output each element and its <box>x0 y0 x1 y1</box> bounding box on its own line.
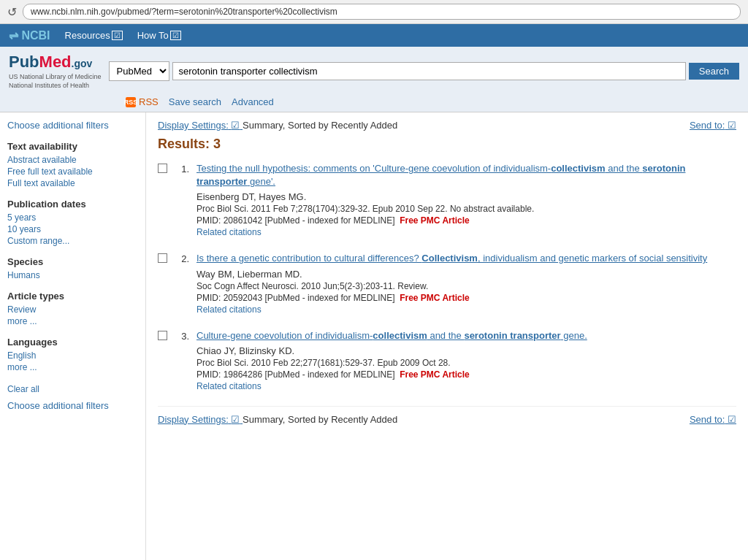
send-to-right: Send to: ☑ <box>690 120 736 131</box>
rss-link[interactable]: RSS RSS <box>126 96 159 107</box>
article-item: 3. Culture-gene coevolution of individua… <box>158 329 736 391</box>
ncbi-navbar: ⇌ NCBI Resources ☑ How To ☑ <box>0 24 748 47</box>
bottom-send-to-right: Send to: ☑ <box>690 414 736 425</box>
article-3-number: 3. <box>175 329 189 391</box>
sidebar-item-free-full-text[interactable]: Free full text available <box>7 166 138 177</box>
article-2-checkbox[interactable] <box>158 253 167 263</box>
languages-title: Languages <box>7 337 138 348</box>
species-title: Species <box>7 256 138 267</box>
bottom-display-settings-left: Display Settings: ☑ Summary, Sorted by R… <box>158 414 397 425</box>
article-1-content: Testing the null hypothesis: comments on… <box>196 162 736 237</box>
article-3-related-citations[interactable]: Related citations <box>196 381 736 391</box>
resources-menu[interactable]: Resources ☑ <box>65 30 123 41</box>
article-3-pmid: PMID: 19864286 [PubMed - indexed for MED… <box>196 369 736 380</box>
howto-dropdown-icon: ☑ <box>170 31 181 40</box>
article-item: 2. Is there a genetic contribution to cu… <box>158 252 736 314</box>
bottom-display-settings-text: Summary, Sorted by Recently Added <box>243 414 397 425</box>
back-button[interactable]: ↺ <box>7 5 17 19</box>
article-1-free-pmc: Free PMC Article <box>400 215 470 226</box>
sidebar-item-more-languages[interactable]: more ... <box>7 362 138 372</box>
pubmed-sub2: National Institutes of Health <box>9 82 102 89</box>
sidebar-item-english[interactable]: English <box>7 350 138 361</box>
advanced-link[interactable]: Advanced <box>232 96 274 107</box>
main-layout: Choose additional filters Text availabil… <box>0 112 748 560</box>
display-settings-left: Display Settings: ☑ Summary, Sorted by R… <box>158 120 397 131</box>
article-checkbox-col <box>158 162 167 237</box>
article-3-checkbox[interactable] <box>158 331 167 340</box>
sidebar-item-5years[interactable]: 5 years <box>7 212 138 223</box>
bottom-display-settings-bar: Display Settings: ☑ Summary, Sorted by R… <box>158 406 736 425</box>
results-area: Display Settings: ☑ Summary, Sorted by R… <box>146 112 748 560</box>
search-button[interactable]: Search <box>689 63 739 80</box>
article-item: 1. Testing the null hypothesis: comments… <box>158 162 736 237</box>
sidebar-item-more-article-types[interactable]: more ... <box>7 316 138 326</box>
search-bar: PubMed Search <box>109 61 739 81</box>
pubmed-logo: PubMed.gov US National Library of Medici… <box>9 53 102 89</box>
save-search-link[interactable]: Save search <box>169 96 221 107</box>
article-1-title[interactable]: Testing the null hypothesis: comments on… <box>196 163 685 187</box>
choose-filters-top-link[interactable]: Choose additional filters <box>7 120 138 131</box>
article-1-authors: Eisenberg DT, Hayes MG. <box>196 191 736 202</box>
text-availability-title: Text availability <box>7 141 138 152</box>
display-settings-link[interactable]: Display Settings: ☑ <box>158 120 243 131</box>
article-1-number: 1. <box>175 162 189 237</box>
bottom-display-settings-link[interactable]: Display Settings: ☑ <box>158 414 243 425</box>
article-1-related-citations[interactable]: Related citations <box>196 227 736 237</box>
article-2-related-citations[interactable]: Related citations <box>196 304 736 315</box>
results-count: Results: 3 <box>158 137 736 152</box>
sidebar-item-humans[interactable]: Humans <box>7 270 138 280</box>
pubmed-header: PubMed.gov US National Library of Medici… <box>0 47 748 112</box>
article-1-pmid: PMID: 20861042 [PubMed - indexed for MED… <box>196 215 736 226</box>
publication-dates-title: Publication dates <box>7 199 138 210</box>
bottom-send-to-link[interactable]: Send to: ☑ <box>690 414 736 425</box>
sidebar-item-full-text[interactable]: Full text available <box>7 178 138 188</box>
article-2-pmid: PMID: 20592043 [PubMed - indexed for MED… <box>196 293 736 303</box>
article-3-authors: Chiao JY, Blizinsky KD. <box>196 345 736 356</box>
article-2-authors: Way BM, Lieberman MD. <box>196 269 736 280</box>
search-database-select[interactable]: PubMed <box>109 61 169 81</box>
sidebar-item-custom-range[interactable]: Custom range... <box>7 236 138 246</box>
pubmed-sub1: US National Library of Medicine <box>9 73 102 80</box>
article-checkbox-col <box>158 252 167 314</box>
sidebar-item-10years[interactable]: 10 years <box>7 224 138 234</box>
article-checkbox-col <box>158 329 167 391</box>
sidebar-item-abstract[interactable]: Abstract available <box>7 155 138 165</box>
clear-all-link[interactable]: Clear all <box>7 384 138 394</box>
article-1-journal: Proc Biol Sci. 2011 Feb 7;278(1704):329-… <box>196 204 736 214</box>
display-settings-text: Summary, Sorted by Recently Added <box>243 120 397 131</box>
ncbi-logo: ⇌ NCBI <box>9 28 50 42</box>
pubmed-header-bottom: RSS RSS Save search Advanced <box>126 93 739 112</box>
article-3-free-pmc: Free PMC Article <box>400 369 470 380</box>
sidebar: Choose additional filters Text availabil… <box>0 112 146 560</box>
article-3-journal: Proc Biol Sci. 2010 Feb 22;277(1681):529… <box>196 358 736 368</box>
rss-icon: RSS <box>126 97 136 107</box>
search-input[interactable] <box>172 62 686 80</box>
browser-bar: ↺ www.ncbi.nlm.nih.gov/pubmed/?term=sero… <box>0 0 748 24</box>
sidebar-item-review[interactable]: Review <box>7 304 138 315</box>
article-2-number: 2. <box>175 252 189 314</box>
url-input[interactable]: www.ncbi.nlm.nih.gov/pubmed/?term=seroto… <box>23 4 741 20</box>
send-to-link[interactable]: Send to: ☑ <box>690 120 736 131</box>
article-3-content: Culture-gene coevolution of individualis… <box>196 329 736 391</box>
article-2-title[interactable]: Is there a genetic contribution to cultu… <box>196 253 707 264</box>
top-display-settings-bar: Display Settings: ☑ Summary, Sorted by R… <box>158 120 736 131</box>
article-2-content: Is there a genetic contribution to cultu… <box>196 252 736 314</box>
howto-menu[interactable]: How To ☑ <box>137 30 181 41</box>
logo-gov: .gov <box>72 58 93 69</box>
logo-pub: Pub <box>9 53 39 71</box>
choose-filters-bottom-link[interactable]: Choose additional filters <box>7 400 138 411</box>
article-3-title[interactable]: Culture-gene coevolution of individualis… <box>196 330 587 341</box>
resources-dropdown-icon: ☑ <box>112 31 123 40</box>
article-2-journal: Soc Cogn Affect Neurosci. 2010 Jun;5(2-3… <box>196 281 736 291</box>
article-types-title: Article types <box>7 291 138 302</box>
logo-med: Med <box>39 53 72 71</box>
article-2-free-pmc: Free PMC Article <box>400 293 470 303</box>
article-1-checkbox[interactable] <box>158 164 167 173</box>
